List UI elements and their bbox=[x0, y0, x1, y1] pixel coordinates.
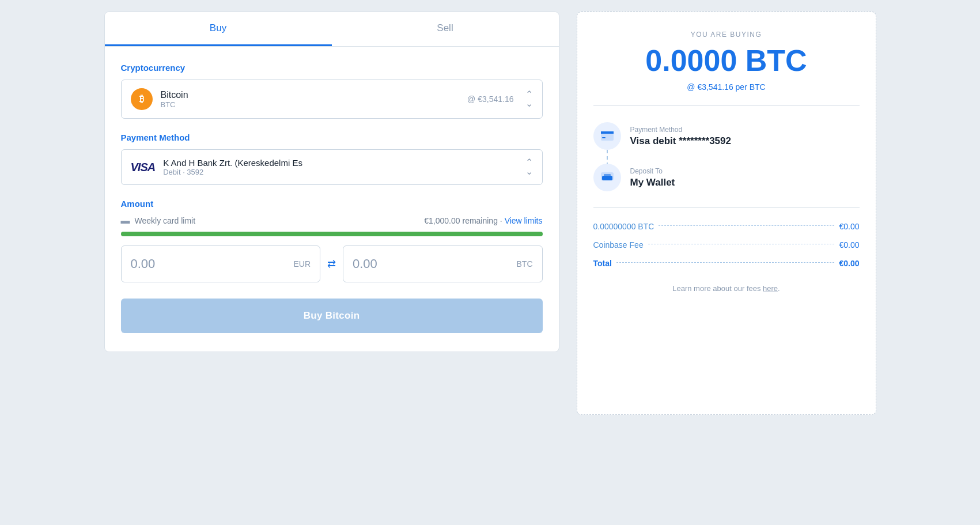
limit-row: ▬ Weekly card limit €1,000.00 remaining … bbox=[121, 216, 543, 226]
bitcoin-icon: ₿ bbox=[131, 88, 153, 110]
amount-label: Amount bbox=[121, 199, 543, 209]
tab-bar: Buy Sell bbox=[105, 12, 559, 47]
dots-3 bbox=[616, 262, 835, 263]
limit-left: ▬ Weekly card limit bbox=[121, 216, 196, 226]
dots-2 bbox=[648, 244, 835, 244]
summary-price-per: @ €3,541.16 per BTC bbox=[593, 82, 860, 92]
divider-1 bbox=[593, 105, 860, 106]
panel-body: Cryptocurrency ₿ Bitcoin BTC @ €3,541.16… bbox=[105, 47, 559, 352]
right-panel: YOU ARE BUYING 0.0000 BTC @ €3,541.16 pe… bbox=[577, 12, 876, 415]
visa-logo-icon: VISA bbox=[131, 161, 156, 174]
fee-rows: 0.00000000 BTC €0.00 Coinbase Fee €0.00 … bbox=[593, 217, 860, 273]
cryptocurrency-label: Cryptocurrency bbox=[121, 63, 543, 73]
summary-btc-amount: 0.0000 BTC bbox=[593, 43, 860, 78]
deposit-to-label: Deposit To bbox=[630, 167, 675, 175]
progress-bar-bg bbox=[121, 232, 543, 236]
swap-icon[interactable]: ⇄ bbox=[327, 258, 336, 270]
deposit-to-row: Deposit To My Wallet bbox=[593, 157, 860, 198]
weekly-limit-label: Weekly card limit bbox=[135, 216, 196, 225]
eur-input-box[interactable]: 0.00 EUR bbox=[121, 245, 321, 282]
total-value: €0.00 bbox=[839, 259, 859, 268]
crypto-price: @ €3,541.16 bbox=[467, 95, 513, 104]
btc-input-box[interactable]: 0.00 BTC bbox=[343, 245, 543, 282]
coinbase-fee-row: Coinbase Fee €0.00 bbox=[593, 236, 860, 254]
payment-label: Payment Method bbox=[121, 133, 543, 142]
crypto-name: Bitcoin bbox=[161, 90, 188, 100]
card-type: Debit · 3592 bbox=[163, 168, 302, 176]
dot-separator: · bbox=[500, 216, 505, 225]
amount-inputs: 0.00 EUR ⇄ 0.00 BTC bbox=[121, 245, 543, 282]
tab-buy[interactable]: Buy bbox=[105, 12, 332, 46]
crypto-details: Bitcoin BTC bbox=[161, 90, 188, 109]
card-icon: ▬ bbox=[121, 216, 130, 226]
payment-method-value: Visa debit ********3592 bbox=[630, 135, 731, 147]
svg-rect-4 bbox=[602, 176, 612, 180]
learn-more-text: Learn more about our fees here. bbox=[593, 284, 860, 293]
eur-value: 0.00 bbox=[131, 256, 156, 271]
bank-name: K And H Bank Zrt. (Kereskedelmi Es bbox=[163, 158, 302, 168]
svg-rect-1 bbox=[601, 131, 614, 134]
cryptocurrency-selector[interactable]: ₿ Bitcoin BTC @ €3,541.16 ⌃⌄ bbox=[121, 80, 543, 119]
deposit-to-icon bbox=[593, 164, 621, 191]
payment-info: VISA K And H Bank Zrt. (Kereskedelmi Es … bbox=[131, 158, 302, 176]
crypto-info: ₿ Bitcoin BTC bbox=[131, 88, 188, 110]
payment-method-icon bbox=[593, 122, 621, 150]
deposit-to-value: My Wallet bbox=[630, 177, 675, 188]
dots-1 bbox=[659, 225, 834, 226]
bank-details: K And H Bank Zrt. (Kereskedelmi Es Debit… bbox=[163, 158, 302, 176]
learn-more-link[interactable]: here bbox=[763, 284, 778, 293]
divider-2 bbox=[593, 207, 860, 208]
btc-fee-row: 0.00000000 BTC €0.00 bbox=[593, 217, 860, 236]
limit-right: €1,000.00 remaining · View limits bbox=[424, 216, 542, 225]
progress-bar-fill bbox=[121, 232, 543, 236]
amount-section: Amount ▬ Weekly card limit €1,000.00 rem… bbox=[121, 199, 543, 333]
svg-rect-5 bbox=[604, 174, 611, 176]
btc-label: BTC bbox=[517, 259, 533, 269]
buy-bitcoin-button[interactable]: Buy Bitcoin bbox=[121, 299, 543, 333]
btc-value: 0.00 bbox=[353, 256, 377, 271]
total-row: Total €0.00 bbox=[593, 254, 860, 273]
payment-chevron-icon: ⌃⌄ bbox=[525, 158, 533, 176]
chevron-updown-icon: ⌃⌄ bbox=[525, 90, 533, 108]
coinbase-fee-value: €0.00 bbox=[839, 240, 859, 250]
crypto-symbol: BTC bbox=[161, 100, 188, 109]
btc-amount-label: 0.00000000 BTC bbox=[593, 222, 654, 231]
you-are-buying-label: YOU ARE BUYING bbox=[593, 31, 860, 39]
left-panel: Buy Sell Cryptocurrency ₿ Bitcoin BTC @ … bbox=[104, 12, 559, 352]
remaining-amount: €1,000.00 remaining bbox=[424, 216, 498, 225]
info-section: Payment Method Visa debit ********3592 D… bbox=[593, 115, 860, 198]
crypto-right: @ €3,541.16 ⌃⌄ bbox=[467, 90, 532, 108]
svg-rect-2 bbox=[602, 137, 606, 138]
payment-selector[interactable]: VISA K And H Bank Zrt. (Kereskedelmi Es … bbox=[121, 149, 543, 185]
tab-sell[interactable]: Sell bbox=[332, 12, 559, 46]
total-label: Total bbox=[593, 259, 612, 268]
deposit-to-text: Deposit To My Wallet bbox=[630, 167, 675, 188]
payment-method-text: Payment Method Visa debit ********3592 bbox=[630, 126, 731, 147]
payment-method-label: Payment Method bbox=[630, 126, 731, 134]
payment-method-row: Payment Method Visa debit ********3592 bbox=[593, 115, 860, 157]
eur-label: EUR bbox=[293, 259, 311, 269]
coinbase-fee-label: Coinbase Fee bbox=[593, 240, 644, 250]
view-limits-link[interactable]: View limits bbox=[505, 216, 543, 225]
btc-eur-value: €0.00 bbox=[839, 222, 859, 231]
